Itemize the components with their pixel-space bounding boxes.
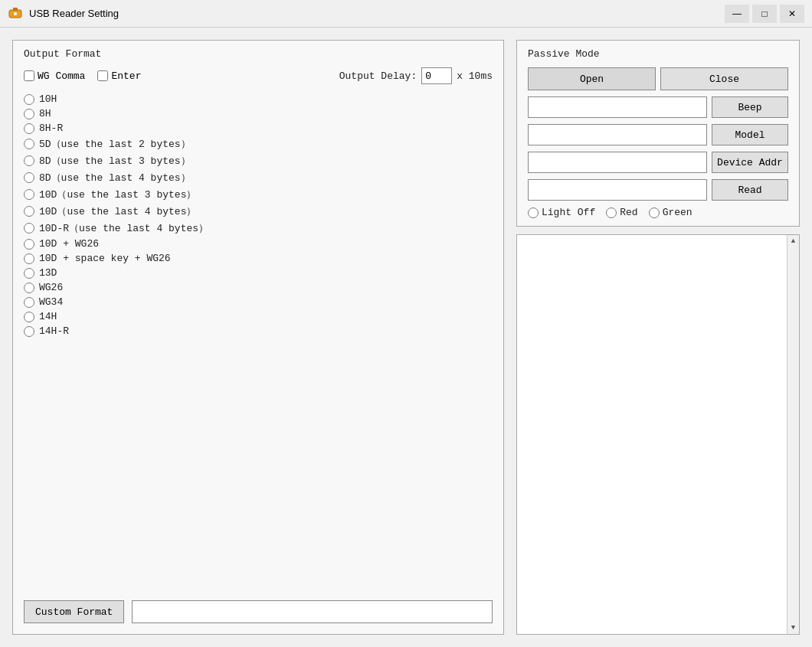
- svg-rect-1: [13, 8, 18, 11]
- output-format-title: Output Format: [24, 48, 493, 60]
- green-input[interactable]: [649, 207, 660, 218]
- main-content: Output Format WG Comma Enter Output Dela…: [0, 28, 812, 647]
- beep-row: Beep: [528, 96, 788, 118]
- log-box: ▲ ▼: [516, 234, 800, 635]
- red-radio[interactable]: Red: [606, 207, 637, 218]
- radio-label: 8D（use the last 4 bytes）: [39, 171, 191, 185]
- radio-label: 10D-R（use the last 4 bytes）: [39, 221, 208, 235]
- radio-label: 14H: [39, 311, 57, 322]
- radio-input-4[interactable]: [24, 155, 34, 166]
- passive-mode-box: Passive Mode Open Close Beep Model Devic…: [516, 40, 800, 227]
- radio-item[interactable]: 14H-R: [24, 325, 493, 337]
- read-row: Read: [528, 179, 788, 201]
- radio-input-11[interactable]: [24, 268, 34, 279]
- minimize-button[interactable]: —: [725, 5, 749, 23]
- window-title: USB Reader Setting: [29, 8, 725, 19]
- radio-input-1[interactable]: [24, 109, 34, 119]
- radio-item[interactable]: WG34: [24, 296, 493, 308]
- radio-input-7[interactable]: [24, 206, 34, 217]
- radio-item[interactable]: 14H: [24, 311, 493, 322]
- svg-point-2: [14, 11, 18, 15]
- passive-mode-title: Passive Mode: [528, 48, 788, 60]
- radio-item[interactable]: 10D（use the last 3 bytes）: [24, 188, 493, 201]
- left-panel: Output Format WG Comma Enter Output Dela…: [12, 40, 504, 635]
- close-button[interactable]: ✕: [780, 5, 804, 23]
- radio-input-3[interactable]: [24, 139, 34, 149]
- radio-label: 10D + WG26: [39, 238, 99, 250]
- light-off-radio[interactable]: Light Off: [528, 207, 595, 218]
- wg-comma-input[interactable]: [24, 70, 34, 81]
- radio-item[interactable]: WG26: [24, 282, 493, 293]
- radio-label: 8D（use the last 3 bytes）: [39, 154, 191, 168]
- log-scrollbar[interactable]: ▲ ▼: [787, 235, 799, 634]
- radio-list: 10H8H8H-R5D（use the last 2 bytes）8D（use …: [24, 93, 493, 337]
- custom-format-input[interactable]: [132, 600, 493, 623]
- radio-label: 10D（use the last 3 bytes）: [39, 188, 196, 201]
- radio-item[interactable]: 8H-R: [24, 123, 493, 134]
- radio-label: 10D + space key + WG26: [39, 253, 171, 264]
- radio-label: 10H: [39, 93, 57, 105]
- model-input[interactable]: [528, 124, 707, 145]
- read-input[interactable]: [528, 179, 707, 201]
- output-format-header: WG Comma Enter Output Delay: x 10ms: [24, 67, 493, 84]
- open-button[interactable]: Open: [528, 67, 656, 90]
- radio-label: 8H: [39, 108, 51, 119]
- model-button[interactable]: Model: [712, 124, 788, 145]
- light-off-input[interactable]: [528, 207, 539, 218]
- open-close-row: Open Close: [528, 67, 788, 90]
- radio-label: 8H-R: [39, 123, 63, 134]
- radio-item[interactable]: 8D（use the last 3 bytes）: [24, 154, 493, 168]
- radio-input-12[interactable]: [24, 283, 34, 293]
- scroll-down-icon[interactable]: ▼: [789, 623, 798, 632]
- right-panel: Passive Mode Open Close Beep Model Devic…: [516, 40, 800, 635]
- beep-button[interactable]: Beep: [712, 96, 788, 118]
- device-addr-button[interactable]: Device Addr: [712, 152, 788, 173]
- green-label: Green: [663, 207, 692, 218]
- green-radio[interactable]: Green: [649, 207, 692, 218]
- delay-group: Output Delay: x 10ms: [339, 67, 493, 84]
- radio-input-14[interactable]: [24, 312, 34, 322]
- maximize-button[interactable]: □: [752, 5, 777, 23]
- delay-unit: x 10ms: [457, 70, 493, 82]
- radio-item[interactable]: 5D（use the last 2 bytes）: [24, 137, 493, 151]
- beep-input[interactable]: [528, 96, 707, 118]
- wg-comma-checkbox[interactable]: WG Comma: [24, 70, 85, 82]
- light-row: Light Off Red Green: [528, 207, 788, 218]
- radio-input-10[interactable]: [24, 253, 34, 264]
- delay-label: Output Delay:: [339, 70, 417, 82]
- radio-item[interactable]: 10H: [24, 93, 493, 105]
- radio-input-15[interactable]: [24, 326, 34, 337]
- radio-input-6[interactable]: [24, 189, 34, 200]
- scroll-up-icon[interactable]: ▲: [789, 237, 798, 246]
- title-bar: USB Reader Setting — □ ✕: [0, 0, 812, 28]
- radio-label: 5D（use the last 2 bytes）: [39, 137, 191, 151]
- radio-input-2[interactable]: [24, 123, 34, 134]
- delay-input[interactable]: [421, 67, 452, 84]
- radio-item[interactable]: 8H: [24, 108, 493, 119]
- radio-item[interactable]: 10D（use the last 4 bytes）: [24, 204, 493, 218]
- radio-item[interactable]: 13D: [24, 267, 493, 279]
- radio-item[interactable]: 10D + WG26: [24, 238, 493, 250]
- radio-item[interactable]: 10D + space key + WG26: [24, 253, 493, 264]
- custom-format-button[interactable]: Custom Format: [24, 600, 124, 623]
- enter-input[interactable]: [97, 70, 108, 81]
- radio-label: WG34: [39, 296, 63, 308]
- device-addr-input[interactable]: [528, 152, 707, 173]
- light-off-label: Light Off: [542, 207, 595, 218]
- radio-input-8[interactable]: [24, 223, 34, 234]
- app-icon: [8, 6, 23, 21]
- radio-input-5[interactable]: [24, 172, 34, 183]
- close-button[interactable]: Close: [660, 67, 788, 90]
- window-controls: — □ ✕: [725, 5, 804, 23]
- radio-item[interactable]: 8D（use the last 4 bytes）: [24, 171, 493, 185]
- radio-input-0[interactable]: [24, 94, 34, 105]
- radio-item[interactable]: 10D-R（use the last 4 bytes）: [24, 221, 493, 235]
- radio-input-13[interactable]: [24, 297, 34, 308]
- read-button[interactable]: Read: [712, 179, 788, 201]
- enter-checkbox[interactable]: Enter: [97, 70, 141, 82]
- radio-input-9[interactable]: [24, 239, 34, 250]
- red-input[interactable]: [606, 207, 617, 218]
- wg-comma-label: WG Comma: [38, 70, 85, 82]
- radio-label: 14H-R: [39, 325, 69, 337]
- radio-label: 13D: [39, 267, 57, 279]
